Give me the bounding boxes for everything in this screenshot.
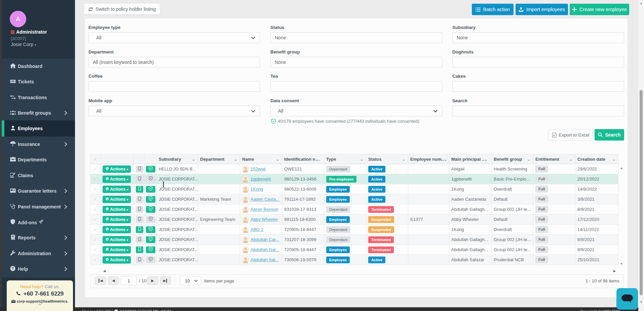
svg-text:?: ? xyxy=(12,267,14,270)
